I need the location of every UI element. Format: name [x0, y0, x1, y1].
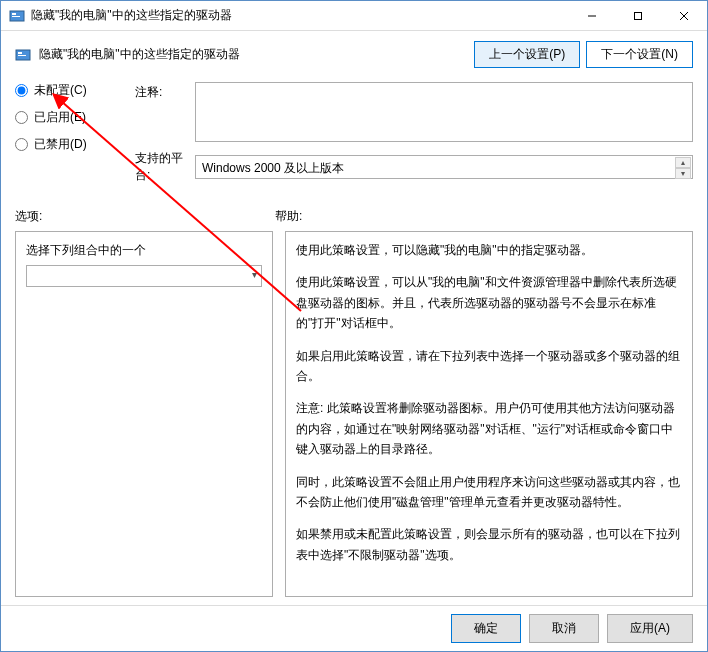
next-setting-button[interactable]: 下一个设置(N) — [586, 41, 693, 68]
section-labels: 选项: 帮助: — [15, 208, 693, 225]
content-area: 未配置(C) 已启用(E) 已禁用(D) 注释: 支持的平台: — [1, 78, 707, 605]
comment-textarea[interactable] — [195, 82, 693, 142]
top-row: 未配置(C) 已启用(E) 已禁用(D) 注释: 支持的平台: — [15, 82, 693, 184]
radio-disabled-label: 已禁用(D) — [34, 136, 87, 153]
window-title: 隐藏"我的电脑"中的这些指定的驱动器 — [31, 7, 569, 24]
maximize-button[interactable] — [615, 1, 661, 31]
svg-rect-4 — [635, 12, 642, 19]
radio-not-configured-input[interactable] — [15, 84, 28, 97]
policy-icon — [15, 47, 31, 63]
radio-not-configured-label: 未配置(C) — [34, 82, 87, 99]
right-column: 注释: 支持的平台: Windows 2000 及以上版本 ▴▾ — [135, 82, 693, 184]
help-p5: 同时，此策略设置不会阻止用户使用程序来访问这些驱动器或其内容，也不会防止他们使用… — [296, 472, 682, 513]
svg-rect-9 — [18, 55, 26, 56]
footer: 确定 取消 应用(A) — [1, 605, 707, 651]
help-p4: 注意: 此策略设置将删除驱动器图标。用户仍可使用其他方法访问驱动器的内容，如通过… — [296, 398, 682, 459]
options-panel: 选择下列组合中的一个 — [15, 231, 273, 597]
main-row: 选择下列组合中的一个 使用此策略设置，可以隐藏"我的电脑"中的指定驱动器。 使用… — [15, 231, 693, 597]
svg-rect-1 — [12, 13, 16, 15]
policy-icon — [9, 8, 25, 24]
comment-row: 注释: — [135, 82, 693, 142]
help-p1: 使用此策略设置，可以隐藏"我的电脑"中的指定驱动器。 — [296, 240, 682, 260]
platform-value: Windows 2000 及以上版本 — [202, 161, 344, 175]
platform-row: 支持的平台: Windows 2000 及以上版本 ▴▾ — [135, 150, 693, 184]
platform-scroll[interactable]: ▴▾ — [675, 157, 691, 177]
previous-setting-button[interactable]: 上一个设置(P) — [474, 41, 580, 68]
policy-title: 隐藏"我的电脑"中的这些指定的驱动器 — [39, 46, 474, 63]
radio-not-configured[interactable]: 未配置(C) — [15, 82, 135, 99]
header-row: 隐藏"我的电脑"中的这些指定的驱动器 上一个设置(P) 下一个设置(N) — [1, 31, 707, 78]
nav-buttons: 上一个设置(P) 下一个设置(N) — [474, 41, 693, 68]
svg-rect-8 — [18, 52, 22, 54]
radio-enabled-input[interactable] — [15, 111, 28, 124]
svg-rect-2 — [12, 16, 20, 17]
radio-group: 未配置(C) 已启用(E) 已禁用(D) — [15, 82, 135, 184]
radio-disabled-input[interactable] — [15, 138, 28, 151]
help-p6: 如果禁用或未配置此策略设置，则会显示所有的驱动器，也可以在下拉列表中选择"不限制… — [296, 524, 682, 565]
titlebar: 隐藏"我的电脑"中的这些指定的驱动器 — [1, 1, 707, 31]
minimize-button[interactable] — [569, 1, 615, 31]
radio-disabled[interactable]: 已禁用(D) — [15, 136, 135, 153]
close-button[interactable] — [661, 1, 707, 31]
platform-box: Windows 2000 及以上版本 ▴▾ — [195, 155, 693, 179]
cancel-button[interactable]: 取消 — [529, 614, 599, 643]
window-controls — [569, 1, 707, 31]
options-label: 选项: — [15, 208, 275, 225]
dialog-window: 隐藏"我的电脑"中的这些指定的驱动器 隐藏"我的电脑"中的这些指定的驱动器 上一… — [0, 0, 708, 652]
comment-label: 注释: — [135, 82, 195, 142]
platform-label: 支持的平台: — [135, 150, 195, 184]
help-panel: 使用此策略设置，可以隐藏"我的电脑"中的指定驱动器。 使用此策略设置，可以从"我… — [285, 231, 693, 597]
apply-button[interactable]: 应用(A) — [607, 614, 693, 643]
help-label: 帮助: — [275, 208, 693, 225]
radio-enabled[interactable]: 已启用(E) — [15, 109, 135, 126]
drive-combo[interactable] — [26, 265, 262, 287]
options-select-label: 选择下列组合中的一个 — [26, 242, 262, 259]
help-p2: 使用此策略设置，可以从"我的电脑"和文件资源管理器中删除代表所选硬盘驱动器的图标… — [296, 272, 682, 333]
ok-button[interactable]: 确定 — [451, 614, 521, 643]
radio-enabled-label: 已启用(E) — [34, 109, 86, 126]
help-p3: 如果启用此策略设置，请在下拉列表中选择一个驱动器或多个驱动器的组合。 — [296, 346, 682, 387]
